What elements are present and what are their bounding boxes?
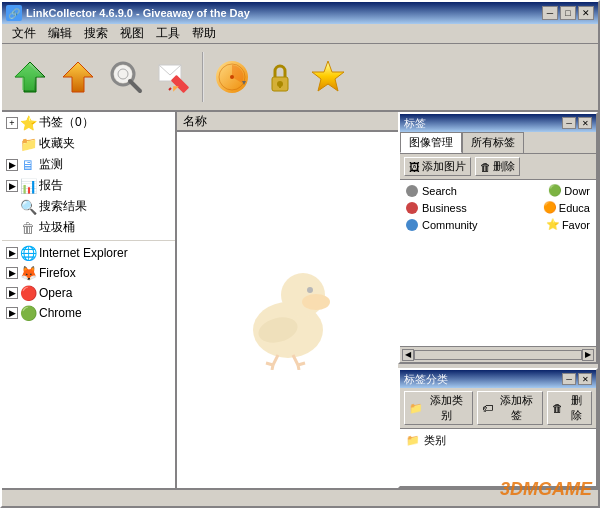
monitor-label: 监测 <box>39 156 63 173</box>
list-item[interactable]: Community ⭐ Favor <box>402 216 594 233</box>
menu-edit[interactable]: 编辑 <box>42 23 78 44</box>
maximize-button[interactable]: □ <box>560 6 576 20</box>
expand-monitor[interactable]: ▶ <box>6 159 18 171</box>
schedule-button[interactable] <box>210 55 254 99</box>
expand-ie[interactable]: ▶ <box>6 247 18 259</box>
tag-name-community: Community <box>422 219 542 231</box>
expand-report[interactable]: ▶ <box>6 180 18 192</box>
menu-help[interactable]: 帮助 <box>186 23 222 44</box>
forward-button[interactable] <box>56 55 100 99</box>
list-item[interactable]: Business 🟠 Educa <box>402 199 594 216</box>
category-label: 类别 <box>424 433 446 448</box>
chrome-label: Chrome <box>39 306 82 320</box>
title-bar: 🔗 LinkCollector 4.6.9.0 - Giveaway of th… <box>2 2 598 24</box>
menu-tools[interactable]: 工具 <box>150 23 186 44</box>
tags-toolbar: 🖼 添加图片 🗑 删除 <box>400 154 596 180</box>
svg-line-25 <box>273 355 278 365</box>
expand-firefox[interactable]: ▶ <box>6 267 18 279</box>
category-panel-close[interactable]: ✕ <box>578 373 592 385</box>
tags-panel-minimize[interactable]: ─ <box>562 117 576 129</box>
category-panel-titlebar: 标签分类 ─ ✕ <box>400 370 596 388</box>
list-item[interactable]: Search 🟢 Dowr <box>402 182 594 199</box>
tags-panel-close[interactable]: ✕ <box>578 117 592 129</box>
window-title: LinkCollector 4.6.9.0 - Giveaway of the … <box>26 7 250 19</box>
category-panel-title: 标签分类 <box>404 372 448 387</box>
add-tag-button[interactable]: 🏷 添加标签 <box>477 391 543 425</box>
tags-panel-title: 标签 <box>404 116 426 131</box>
tags-tabs: 图像管理 所有标签 <box>400 132 596 154</box>
tab-image-management[interactable]: 图像管理 <box>400 132 462 153</box>
svg-marker-3 <box>63 62 93 92</box>
close-button[interactable]: ✕ <box>578 6 594 20</box>
add-category-button[interactable]: 📁 添加类别 <box>404 391 473 425</box>
tags-panel: 标签 ─ ✕ 图像管理 所有标签 🖼 添加图片 <box>398 112 598 364</box>
svg-line-30 <box>298 365 299 370</box>
ie-icon: 🌐 <box>20 245 36 261</box>
title-bar-left: 🔗 LinkCollector 4.6.9.0 - Giveaway of th… <box>6 5 250 21</box>
add-category-icon: 📁 <box>409 402 423 415</box>
tree-item-firefox[interactable]: ▶ 🦊 Firefox <box>2 263 175 283</box>
tags-panel-titlebar: 标签 ─ ✕ <box>400 114 596 132</box>
menu-search[interactable]: 搜索 <box>78 23 114 44</box>
add-image-button[interactable]: 🖼 添加图片 <box>404 157 471 176</box>
delete-category-button[interactable]: 🗑 删除 <box>547 391 592 425</box>
toolbar <box>2 44 598 112</box>
tag-right-community: ⭐ Favor <box>546 218 590 231</box>
star-button[interactable] <box>306 55 350 99</box>
delete-tag-icon: 🗑 <box>480 161 491 173</box>
middle-header: 名称 <box>177 112 398 132</box>
ie-label: Internet Explorer <box>39 246 128 260</box>
scroll-track[interactable] <box>414 350 582 360</box>
tag-right-icon: 🟢 <box>548 184 562 197</box>
list-item[interactable]: 📁 类别 <box>402 431 594 450</box>
scroll-right[interactable]: ▶ <box>582 349 594 361</box>
lock-button[interactable] <box>258 55 302 99</box>
firefox-label: Firefox <box>39 266 76 280</box>
tree-item-ie[interactable]: ▶ 🌐 Internet Explorer <box>2 243 175 263</box>
svg-line-28 <box>272 365 273 370</box>
tag-right-icon-business: 🟠 <box>543 201 557 214</box>
tree-item-bookmarks[interactable]: + ⭐ 书签（0） <box>2 112 175 133</box>
back-button[interactable] <box>8 55 52 99</box>
tag-dot-community <box>406 219 418 231</box>
search-toolbar-button[interactable] <box>104 55 148 99</box>
tree-item-monitor[interactable]: ▶ 🖥 监测 <box>2 154 175 175</box>
tree-item-trash[interactable]: 🗑 垃圾桶 <box>2 217 175 238</box>
tag-right-business: 🟠 Educa <box>543 201 590 214</box>
bookmarks-label: 书签（0） <box>39 114 94 131</box>
title-buttons: ─ □ ✕ <box>542 6 594 20</box>
right-panels: 标签 ─ ✕ 图像管理 所有标签 🖼 添加图片 <box>398 112 598 488</box>
tree-item-report[interactable]: ▶ 📊 报告 <box>2 175 175 196</box>
expand-opera[interactable]: ▶ <box>6 287 18 299</box>
tree-item-favorites[interactable]: 📁 收藏夹 <box>2 133 175 154</box>
tag-right-search: 🟢 Dowr <box>548 184 590 197</box>
minimize-button[interactable]: ─ <box>542 6 558 20</box>
tab-all-tags[interactable]: 所有标签 <box>462 132 524 153</box>
tag-name-business: Business <box>422 202 539 214</box>
category-icon: 📁 <box>406 434 420 447</box>
middle-header-label: 名称 <box>183 113 207 130</box>
chrome-icon: 🟢 <box>20 305 36 321</box>
scroll-left[interactable]: ◀ <box>402 349 414 361</box>
delete-tag-button[interactable]: 🗑 删除 <box>475 157 520 176</box>
tag-right-label: Dowr <box>564 185 590 197</box>
tags-list: Search 🟢 Dowr Business 🟠 Educa <box>400 180 596 346</box>
tree-item-opera[interactable]: ▶ 🔴 Opera <box>2 283 175 303</box>
report-icon: 📊 <box>20 178 36 194</box>
expand-chrome[interactable]: ▶ <box>6 307 18 319</box>
tag-name-search: Search <box>422 185 544 197</box>
category-panel-minimize[interactable]: ─ <box>562 373 576 385</box>
menu-file[interactable]: 文件 <box>6 23 42 44</box>
expand-bookmarks[interactable]: + <box>6 117 18 129</box>
add-button[interactable] <box>152 55 196 99</box>
bookmark-icon: ⭐ <box>20 115 36 131</box>
tag-right-icon-community: ⭐ <box>546 218 560 231</box>
search-results-icon: 🔍 <box>20 199 36 215</box>
tree-item-chrome[interactable]: ▶ 🟢 Chrome <box>2 303 175 323</box>
svg-line-29 <box>298 363 305 365</box>
monitor-icon: 🖥 <box>20 157 36 173</box>
menu-view[interactable]: 视图 <box>114 23 150 44</box>
tree-item-search[interactable]: 🔍 搜索结果 <box>2 196 175 217</box>
search-results-label: 搜索结果 <box>39 198 87 215</box>
tags-scrollbar[interactable]: ◀ ▶ <box>400 346 596 362</box>
